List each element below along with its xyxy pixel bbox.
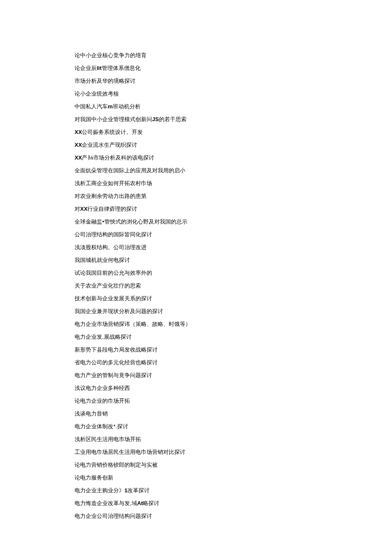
text-segment: 电力悔造企业改革与发,域	[75, 500, 137, 506]
list-item: 对农业剩余劳动力出路的患第	[75, 190, 392, 203]
list-item: 中国私人汽车m班动机分析	[75, 100, 392, 113]
text-segment: 论电力企业的巾场开拓	[75, 398, 130, 404]
list-item: 我国企业兼并现状分析及问题的探讨	[75, 305, 392, 318]
list-item: XX产∣⅛市场分析及科的该电探讨	[75, 151, 392, 164]
list-item: 论中小企业核心竞争力的培育	[75, 49, 392, 62]
text-segment: XX	[75, 129, 82, 135]
text-segment: 公司治理结构的国际皆同化探讨	[75, 231, 152, 238]
list-item: 浅淡股权结构。公司治理改进	[75, 241, 392, 254]
text-segment: 行业自律孬理的探讨	[87, 206, 137, 212]
text-segment: XX	[75, 154, 82, 161]
text-segment: 企业流水生产现织探讨	[82, 142, 137, 148]
text-segment: 改革探讨	[127, 487, 150, 494]
text-segment: 浅析区民生活用电市场开拓	[75, 436, 141, 442]
list-item: 电力企业体制改*.探讨	[75, 420, 392, 433]
text-segment: lit	[97, 65, 102, 71]
text-segment: 省电力公司的多元化经营也略探讨	[75, 359, 158, 366]
text-segment: 电力企业公司治理结构问题探讨	[75, 513, 152, 519]
text-segment: 中国私人汽车	[75, 103, 108, 110]
list-item: XX企业流水生产现织探讨	[75, 139, 392, 151]
text-segment: 的若干思索	[159, 116, 187, 122]
text-segment: 电力产业的管制与竟争问题探讨	[75, 372, 152, 378]
list-item: 论电力服务创新	[75, 471, 392, 484]
list-item: 对XX行业自律孬理的探讨	[75, 203, 392, 215]
text-segment: 浅析工商企业如何开拓农村巾场	[75, 180, 152, 186]
text-segment: At	[137, 500, 143, 506]
text-segment: XX	[75, 142, 82, 148]
text-segment: 我国企业兼并现状分析及问题的探讨	[75, 308, 163, 314]
text-segment: 论企业辰	[75, 65, 97, 71]
document-list: 论中小企业核心竞争力的培育论企业辰lit管理体系僧息化市场分析及华的境略探讨论小…	[75, 49, 392, 523]
text-segment: 关于农业产业化壮疗的思索	[75, 282, 141, 289]
list-item: 市场分析及华的境略探讨	[75, 75, 392, 87]
text-segment: m	[108, 103, 113, 110]
text-segment: 全面炕朵管理在国际上的应用及对我用的启小	[75, 167, 185, 174]
text-segment: 对我国中小企业管理模式创新问	[75, 116, 152, 122]
text-segment: 略探讨	[143, 500, 159, 506]
list-item: 全面炕朵管理在国际上的应用及对我用的启小	[75, 164, 392, 177]
list-item: 全球金融监•管怏式的浏化心野及对我国的总示	[75, 215, 392, 228]
text-segment: 我国城机就业何电探讨	[75, 257, 130, 263]
list-item: 技术创新与企业发展关系的探讨	[75, 292, 392, 305]
list-item: 电力产业的管制与竟争问题探讨	[75, 369, 392, 382]
text-segment: 工业用电巾场居民生活用电巾场营销对比探讨	[75, 449, 185, 455]
text-segment: 班动机分析	[113, 103, 141, 110]
text-segment: XX	[80, 206, 87, 212]
text-segment: 电力企业主购业分》	[75, 487, 124, 494]
text-segment: 全球金融监•管怏式的浏化心野及对我国的总示	[75, 218, 187, 225]
text-segment: 市场分析及华的境略探讨	[75, 78, 135, 84]
list-item: 新形势下县段电力局发收战略探讨	[75, 343, 392, 356]
text-segment: JS	[152, 116, 159, 122]
list-item: 试论我国目前的公允与效率外的	[75, 267, 392, 279]
text-segment: 浅议电力企业多种经西	[75, 385, 130, 391]
text-segment: 论电力营销价格铰郎的制定与实被	[75, 462, 158, 468]
list-item: XX公司娠务系统设计。开发	[75, 126, 392, 139]
text-segment: 论中小企业核心竞争力的培育	[75, 52, 147, 58]
list-item: 电力悔造企业改革与发,域At略探讨	[75, 497, 392, 510]
list-item: 关于农业产业化壮疗的思索	[75, 279, 392, 292]
text-segment: 电力企业体制改*.探讨	[75, 423, 128, 430]
text-segment: 技术创新与企业发展关系的探讨	[75, 295, 152, 302]
text-segment: 论电力服务创新	[75, 474, 113, 481]
text-segment: 浅淡股权结构。公司治理改进	[75, 244, 147, 250]
text-segment: 论小企业统效考核	[75, 90, 119, 97]
list-item: 论电力企业的巾场开拓	[75, 395, 392, 407]
list-item: 我国城机就业何电探讨	[75, 254, 392, 267]
text-segment: 管理体系僧息化	[102, 65, 141, 71]
text-segment: 对	[75, 206, 80, 212]
list-item: 浅议电力企业多种经西	[75, 382, 392, 395]
list-item: 工业用电巾场居民生活用电巾场营销对比探讨	[75, 446, 392, 459]
list-item: 浅谈电力昔销	[75, 407, 392, 420]
list-item: 论企业辰lit管理体系僧息化	[75, 62, 392, 75]
list-item: 论小企业统效考核	[75, 87, 392, 100]
list-item: 浅析工商企业如何开拓农村巾场	[75, 177, 392, 190]
text-segment: 电力企业发,展战略探讨	[75, 334, 132, 340]
list-item: 论电力营销价格铰郎的制定与实被	[75, 459, 392, 471]
text-segment: 对农业剩余劳动力出路的患第	[75, 193, 147, 199]
list-item: 电力企业主购业分》1改革探讨	[75, 484, 392, 497]
text-segment: 电力企业市场营销探讳（策略、故略、时饿等）	[75, 321, 191, 327]
text-segment: 浅谈电力昔销	[75, 410, 108, 417]
text-segment: 公司娠务系统设计。开发	[82, 129, 143, 135]
list-item: 公司治理结构的国际皆同化探讨	[75, 228, 392, 241]
list-item: 电力企业发,展战略探讨	[75, 331, 392, 343]
text-segment: 产∣⅛市场分析及科的该电探讨	[82, 154, 154, 161]
list-item: 对我国中小企业管理模式创新问JS的若干思索	[75, 113, 392, 126]
text-segment: 新形势下县段电力局发收战略探讨	[75, 346, 158, 353]
list-item: 省电力公司的多元化经营也略探讨	[75, 356, 392, 369]
text-segment: 试论我国目前的公允与效率外的	[75, 270, 152, 276]
list-item: 浅析区民生活用电市场开拓	[75, 433, 392, 446]
list-item: 电力企业市场营销探讳（策略、故略、时饿等）	[75, 318, 392, 331]
list-item: 电力企业公司治理结构问题探讨	[75, 510, 392, 523]
